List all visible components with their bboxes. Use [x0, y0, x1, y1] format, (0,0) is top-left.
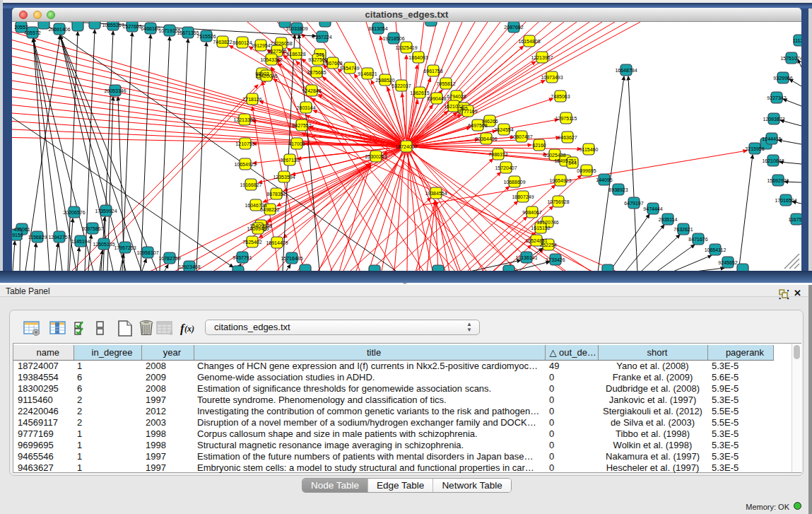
svg-text:12213967: 12213967 [531, 55, 553, 60]
svg-text:16914479: 16914479 [266, 240, 288, 245]
svg-text:9329966: 9329966 [773, 76, 792, 81]
svg-text:15692971: 15692971 [767, 178, 789, 183]
svg-text:20691406: 20691406 [48, 27, 70, 32]
svg-text:10543342: 10543342 [260, 57, 282, 62]
svg-text:11123: 11123 [793, 38, 801, 43]
svg-text:1362615: 1362615 [410, 90, 429, 95]
svg-text:844: 844 [568, 160, 577, 165]
svg-text:12213389: 12213389 [233, 117, 255, 122]
svg-text:9463627: 9463627 [558, 135, 577, 140]
svg-text:12093872: 12093872 [763, 117, 784, 122]
svg-text:12975115: 12975115 [555, 116, 577, 121]
svg-text:16120746: 16120746 [536, 220, 558, 225]
svg-text:15751074: 15751074 [780, 56, 801, 61]
svg-text:2367608: 2367608 [323, 61, 342, 66]
svg-text:1527602: 1527602 [122, 24, 141, 29]
svg-text:16671355: 16671355 [177, 30, 199, 35]
svg-text:1864093: 1864093 [408, 55, 428, 60]
svg-text:17957253: 17957253 [114, 245, 136, 250]
svg-text:10973493: 10973493 [541, 75, 563, 80]
svg-text:7485063: 7485063 [551, 94, 570, 99]
svg-text:9777169: 9777169 [458, 109, 477, 114]
svg-text:7955812: 7955812 [436, 81, 455, 86]
svg-text:25300263: 25300263 [365, 154, 387, 159]
svg-text:12353594: 12353594 [273, 175, 295, 180]
svg-text:5498222: 5498222 [260, 207, 279, 212]
svg-text:116753: 116753 [789, 217, 801, 222]
svg-text:10958107: 10958107 [136, 250, 158, 255]
svg-text:12942757: 12942757 [48, 235, 70, 240]
svg-text:2588520: 2588520 [375, 78, 394, 83]
svg-text:10654112: 10654112 [705, 247, 726, 252]
svg-text:19654923: 19654923 [549, 178, 571, 183]
svg-text:9457791: 9457791 [233, 255, 252, 260]
svg-text:8990448: 8990448 [427, 96, 446, 101]
svg-text:16033809: 16033809 [286, 26, 307, 31]
svg-text:9242848: 9242848 [302, 88, 321, 93]
svg-text:6794028: 6794028 [447, 94, 466, 99]
svg-text:252254: 252254 [540, 243, 556, 247]
svg-text:8186328: 8186328 [286, 52, 305, 57]
svg-text:16648784: 16648784 [615, 68, 637, 73]
svg-text:12923468: 12923468 [178, 264, 200, 269]
svg-text:3912954: 3912954 [251, 43, 270, 48]
svg-text:1733426: 1733426 [546, 257, 565, 262]
svg-text:7632621: 7632621 [673, 227, 693, 232]
svg-text:20557: 20557 [14, 25, 28, 30]
svg-text:13325419: 13325419 [395, 45, 417, 50]
svg-text:3624554: 3624554 [494, 127, 513, 132]
svg-text:(x): (x) [184, 324, 194, 334]
svg-text:6497568: 6497568 [468, 123, 487, 128]
svg-text:8454749: 8454749 [340, 66, 359, 71]
svg-text:5322037: 5322037 [392, 83, 411, 88]
svg-text:7515526: 7515526 [196, 34, 216, 39]
svg-text:1210755: 1210755 [235, 141, 254, 146]
svg-text:19218506: 19218506 [382, 36, 404, 41]
svg-text:10655267: 10655267 [102, 23, 124, 28]
svg-text:1615152: 1615152 [531, 226, 550, 230]
svg-text:16782759: 16782759 [158, 256, 180, 261]
svg-text:417008: 417008 [288, 141, 305, 146]
svg-text:9327505: 9327505 [267, 49, 286, 54]
svg-text:1244415: 1244415 [762, 136, 781, 141]
svg-text:18724007: 18724007 [395, 144, 417, 149]
svg-text:3215958: 3215958 [745, 146, 764, 151]
svg-text:23226058: 23226058 [270, 41, 292, 46]
svg-text:17359924: 17359924 [95, 209, 117, 214]
svg-text:30975867: 30975867 [81, 226, 103, 231]
svg-text:6961758: 6961758 [423, 69, 442, 74]
svg-text:19166827: 19166827 [240, 182, 261, 187]
svg-text:20364436: 20364436 [475, 136, 497, 141]
svg-text:144095: 144095 [596, 177, 612, 182]
svg-text:8660124: 8660124 [233, 40, 252, 45]
svg-text:10654923: 10654923 [234, 162, 256, 167]
svg-text:8938923: 8938923 [608, 187, 628, 192]
svg-text:7986372: 7986372 [488, 152, 507, 157]
svg-text:18807249: 18807249 [512, 194, 534, 199]
svg-text:8471676: 8471676 [688, 237, 707, 242]
svg-text:14136141: 14136141 [515, 255, 537, 260]
svg-text:9245652: 9245652 [718, 260, 737, 265]
svg-text:9084067: 9084067 [522, 210, 541, 215]
svg-text:7357224: 7357224 [312, 35, 331, 40]
svg-text:9474444: 9474444 [643, 206, 662, 211]
svg-text:7625402: 7625402 [242, 240, 261, 245]
svg-text:3267130: 3267130 [280, 158, 299, 163]
svg-text:39159: 39159 [12, 233, 23, 238]
svg-text:20053346: 20053346 [104, 88, 126, 93]
svg-text:8813054: 8813054 [368, 26, 387, 31]
svg-text:1156829: 1156829 [28, 235, 47, 240]
svg-text:2935114: 2935114 [659, 217, 678, 222]
svg-text:8678352: 8678352 [266, 192, 286, 197]
svg-text:14099489: 14099489 [247, 226, 269, 231]
svg-text:7463822: 7463822 [213, 40, 232, 45]
svg-text:3875685: 3875685 [307, 70, 326, 75]
svg-text:10688609: 10688609 [503, 180, 525, 185]
svg-text:2087682: 2087682 [504, 25, 523, 30]
svg-text:435061: 435061 [13, 227, 30, 232]
svg-text:405572: 405572 [24, 30, 40, 35]
svg-text:0899695: 0899695 [577, 168, 596, 173]
svg-text:6466160: 6466160 [141, 26, 160, 31]
svg-text:12505135: 12505135 [93, 242, 114, 247]
svg-text:10756928: 10756928 [547, 199, 569, 204]
